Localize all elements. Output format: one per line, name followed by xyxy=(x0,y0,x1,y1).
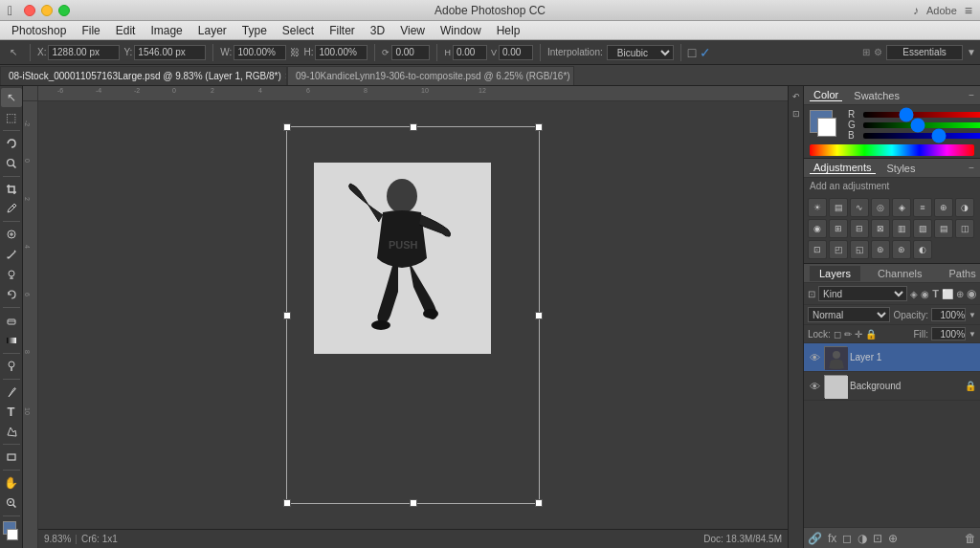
marquee-tool[interactable]: ⬚ xyxy=(1,108,22,127)
adj-collapse[interactable]: − xyxy=(969,163,974,173)
delete-layer-btn[interactable]: 🗑 xyxy=(965,532,976,545)
adj-levels[interactable]: ▤ xyxy=(829,198,848,217)
layers-filter-select[interactable]: Kind xyxy=(818,286,907,301)
close-button[interactable] xyxy=(24,5,35,16)
layer-item-layer1[interactable]: 👁 Layer 1 xyxy=(804,343,980,372)
menu-layer[interactable]: Layer xyxy=(190,24,234,37)
warp-button[interactable]: □ xyxy=(688,45,696,60)
blend-mode-select[interactable]: Normal Multiply Screen xyxy=(808,307,890,322)
h-input[interactable] xyxy=(315,45,368,60)
adj-8[interactable]: ◐ xyxy=(913,240,932,259)
x-input[interactable] xyxy=(48,45,120,60)
workspace-arrow[interactable]: ▼ xyxy=(967,47,976,57)
opacity-arrow[interactable]: ▼ xyxy=(969,311,976,319)
styles-tab[interactable]: Styles xyxy=(883,163,920,174)
hand-tool[interactable]: ✋ xyxy=(1,473,22,493)
lock-all-icon[interactable]: 🔒 xyxy=(865,329,877,340)
transform-handle-ml[interactable] xyxy=(283,312,291,319)
adj-3[interactable]: ⊡ xyxy=(808,240,827,259)
move-tool[interactable]: ↖ xyxy=(1,88,22,107)
crop-tool[interactable] xyxy=(1,180,22,199)
adj-colorlookup[interactable]: ⊟ xyxy=(850,219,869,238)
y-input[interactable] xyxy=(134,45,206,60)
new-group-btn[interactable]: ⊡ xyxy=(873,532,882,545)
adj-colorbalance[interactable]: ⊕ xyxy=(934,198,953,217)
layers-tab[interactable]: Layers xyxy=(810,266,860,281)
filter-toggle[interactable]: ◉ xyxy=(967,287,976,300)
color-panel-collapse[interactable]: − xyxy=(969,90,974,100)
adj-threshold[interactable]: ▧ xyxy=(913,219,932,238)
transform-handle-tl[interactable] xyxy=(283,123,291,131)
interpolation-select[interactable]: Bicubic Bilinear Nearest Neighbor xyxy=(607,45,674,60)
color-tab[interactable]: Color xyxy=(810,89,842,101)
dodge-tool[interactable] xyxy=(1,357,22,376)
adj-vibrance[interactable]: ◈ xyxy=(892,198,911,217)
w-input[interactable] xyxy=(234,45,286,60)
menu-photoshop[interactable]: Photoshop xyxy=(4,24,74,37)
channels-tab[interactable]: Channels xyxy=(868,266,931,281)
fill-input[interactable] xyxy=(931,327,966,340)
rotation-input[interactable] xyxy=(391,45,430,60)
link-icon[interactable]: ⛓ xyxy=(290,47,300,57)
adj-4[interactable]: ◰ xyxy=(829,240,848,259)
path-select-tool[interactable] xyxy=(1,423,22,442)
adj-posterize[interactable]: ▥ xyxy=(892,219,911,238)
maximize-button[interactable] xyxy=(58,5,70,16)
adj-7[interactable]: ⊛ xyxy=(892,240,911,259)
quick-select-tool[interactable] xyxy=(1,154,22,173)
lasso-tool[interactable] xyxy=(1,134,22,153)
adj-hsl[interactable]: ≡ xyxy=(913,198,932,217)
essentials-input[interactable] xyxy=(886,45,963,60)
adj-channelmixer[interactable]: ⊞ xyxy=(829,219,848,238)
layer1-visibility[interactable]: 👁 xyxy=(808,351,821,364)
menu-file[interactable]: File xyxy=(74,24,107,37)
background-visibility[interactable]: 👁 xyxy=(808,380,821,393)
minimize-button[interactable] xyxy=(41,5,53,16)
adj-gradientmap[interactable]: ▤ xyxy=(934,219,953,238)
filter-icon-adj[interactable]: ◉ xyxy=(921,289,929,299)
text-tool[interactable]: T xyxy=(1,403,22,422)
rect-shape-tool[interactable] xyxy=(1,448,22,467)
apple-menu-icon[interactable]:  xyxy=(8,3,12,18)
adjustments-tab[interactable]: Adjustments xyxy=(810,162,876,174)
document-canvas[interactable]: PUSH xyxy=(38,101,788,529)
fill-arrow[interactable]: ▼ xyxy=(969,330,976,339)
v-skew-input[interactable] xyxy=(499,45,533,60)
filter-icon-text[interactable]: T xyxy=(932,288,939,299)
menu-edit[interactable]: Edit xyxy=(108,24,144,37)
menu-window[interactable]: Window xyxy=(433,24,489,37)
h-skew-input[interactable] xyxy=(453,45,487,60)
adj-5[interactable]: ◱ xyxy=(850,240,869,259)
opacity-input[interactable] xyxy=(931,308,966,321)
spot-heal-tool[interactable] xyxy=(1,225,22,244)
menu-help[interactable]: Help xyxy=(489,24,528,37)
menu-view[interactable]: View xyxy=(392,24,433,37)
transform-handle-mr[interactable] xyxy=(535,312,543,319)
eyedropper-tool[interactable] xyxy=(1,200,22,219)
transform-handle-bl[interactable] xyxy=(283,499,291,507)
brush-tool[interactable] xyxy=(1,245,22,264)
background-color[interactable] xyxy=(7,529,18,540)
add-style-btn[interactable]: fx xyxy=(828,532,836,545)
clone-tool[interactable] xyxy=(1,265,22,284)
background-color-swatch[interactable] xyxy=(817,118,836,137)
menu-select[interactable]: Select xyxy=(275,24,322,37)
transform-handle-tr[interactable] xyxy=(535,123,543,131)
color-spectrum[interactable] xyxy=(810,144,974,156)
canvas-area[interactable]: -6 -4 -2 0 2 4 6 8 10 12 -2 0 2 4 6 8 10 xyxy=(23,86,788,548)
adj-photofilter[interactable]: ◉ xyxy=(808,219,827,238)
paths-tab[interactable]: Paths xyxy=(940,266,980,281)
history-brush-tool[interactable] xyxy=(1,285,22,304)
tab-1[interactable]: 09-10KandiceLynn19-306-to-composite.psd … xyxy=(287,66,574,85)
new-layer-btn[interactable]: ⊕ xyxy=(888,532,898,545)
adj-6[interactable]: ⊚ xyxy=(871,240,890,259)
transform-handle-br[interactable] xyxy=(535,499,543,507)
filter-icon-type[interactable]: ◈ xyxy=(910,289,918,299)
gradient-tool[interactable] xyxy=(1,331,22,350)
menu-filter[interactable]: Filter xyxy=(322,24,363,37)
menu-3d[interactable]: 3D xyxy=(363,24,392,37)
transform-handle-bc[interactable] xyxy=(410,499,417,507)
new-adj-btn[interactable]: ◑ xyxy=(858,532,867,545)
b-slider[interactable] xyxy=(863,133,980,139)
eraser-tool[interactable] xyxy=(1,311,22,330)
